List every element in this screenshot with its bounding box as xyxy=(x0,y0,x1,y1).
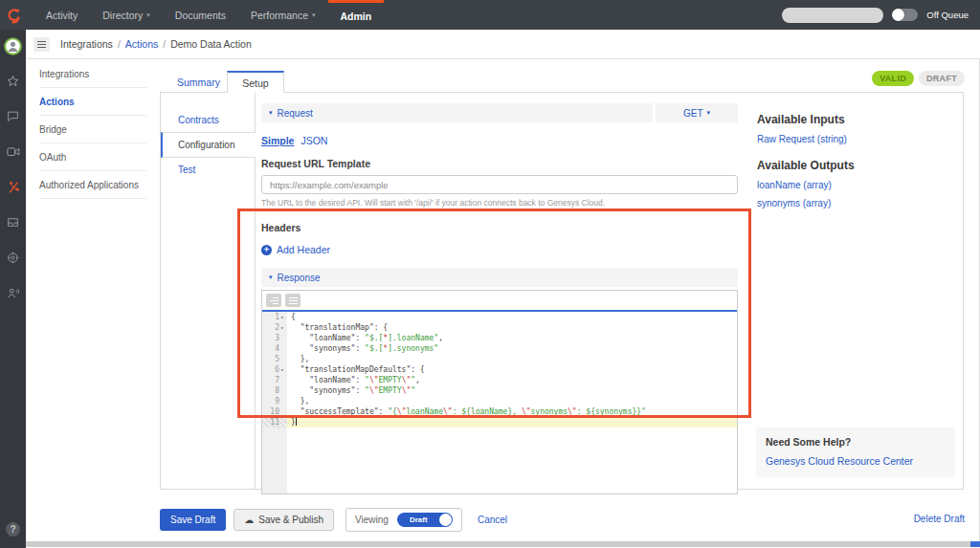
code-line[interactable]: 10 "successTemplate": "{\"loanName\": ${… xyxy=(262,406,737,417)
help-icon[interactable]: ? xyxy=(6,522,20,537)
format-align-icon[interactable] xyxy=(285,294,301,307)
breadcrumb-actions-link[interactable]: Actions xyxy=(125,38,158,50)
nav-documents[interactable]: Documents xyxy=(163,0,238,30)
nav-directory-label: Directory xyxy=(102,10,143,21)
delete-draft-link[interactable]: Delete Draft xyxy=(914,514,965,524)
http-method-dropdown[interactable]: GET ▾ xyxy=(656,103,738,122)
sidebar-item-oauth[interactable]: OAuth xyxy=(39,143,146,171)
request-collapsible-header[interactable]: ▾ Request xyxy=(261,103,653,122)
tab-summary[interactable]: Summary xyxy=(177,77,220,88)
request-header-label: Request xyxy=(278,108,313,119)
subtab-test[interactable]: Test xyxy=(161,158,255,182)
editor-toolbar xyxy=(262,291,737,312)
save-publish-button[interactable]: ☁ Save & Publish xyxy=(234,509,334,531)
admin-sidebar: Integrations Actions Bridge OAuth Author… xyxy=(26,60,160,534)
output-synonyms-link[interactable]: synonyms (array) xyxy=(757,198,955,208)
sidebar-item-integrations[interactable]: Integrations xyxy=(39,60,146,88)
genesys-logo-icon[interactable] xyxy=(0,0,26,30)
queue-status-toggle[interactable] xyxy=(892,9,918,21)
breadcrumb-root: Integrations xyxy=(60,38,113,50)
request-url-input[interactable] xyxy=(261,175,738,194)
favorites-icon[interactable] xyxy=(7,74,19,88)
line-number: 10 xyxy=(262,406,287,417)
response-collapsible-header[interactable]: ▾ Response xyxy=(261,268,738,287)
code-text: "translationMapDefaults": { xyxy=(287,364,737,375)
line-number: 11 xyxy=(262,417,287,427)
request-url-template-label: Request URL Template xyxy=(261,158,738,169)
user-avatar[interactable] xyxy=(4,37,22,56)
code-line[interactable]: 8 "synonyms": "\"EMPTY\"" xyxy=(262,385,737,396)
collapse-caret-icon: ▾ xyxy=(269,109,273,117)
line-number: 2▾ xyxy=(262,322,287,333)
code-line[interactable]: 7 "loanName": "\"EMPTY\"", xyxy=(262,375,737,385)
fold-spacer xyxy=(280,354,285,364)
queue-status-label: Off Queue xyxy=(926,10,969,20)
nav-performance-label: Performance xyxy=(251,10,308,21)
sidebar-item-authorized-applications[interactable]: Authorized Applications xyxy=(39,171,146,199)
sidebar-item-actions[interactable]: Actions xyxy=(39,88,146,116)
agent-speaking-icon[interactable] xyxy=(7,286,20,300)
fold-caret-icon[interactable]: ▾ xyxy=(280,364,285,375)
viewing-toggle-group: Viewing Draft xyxy=(345,508,462,532)
output-loanname-link[interactable]: loanName (array) xyxy=(757,180,955,190)
fold-caret-icon[interactable]: ▾ xyxy=(280,312,285,322)
menu-hamburger-icon[interactable] xyxy=(33,37,50,52)
add-header-button[interactable]: + Add Header xyxy=(261,244,738,255)
nav-admin[interactable]: Admin xyxy=(328,0,385,30)
help-box-title: Need Some Help? xyxy=(766,436,946,448)
tab-setup[interactable]: Setup xyxy=(227,71,284,93)
mode-simple-link[interactable]: Simple xyxy=(261,135,294,146)
code-text: }, xyxy=(287,354,737,364)
nav-directory[interactable]: Directory ▾ xyxy=(90,0,163,30)
inbox-icon[interactable] xyxy=(7,215,19,230)
code-line[interactable]: 5 }, xyxy=(262,354,737,364)
viewing-toggle-value: Draft xyxy=(410,515,428,524)
cancel-link[interactable]: Cancel xyxy=(478,515,507,525)
settings-target-icon[interactable] xyxy=(7,251,19,265)
editor-mode-switch: Simple JSON xyxy=(261,135,738,146)
nav-documents-label: Documents xyxy=(175,10,226,21)
beautify-indent-icon[interactable] xyxy=(266,294,281,307)
save-publish-label: Save & Publish xyxy=(258,515,323,525)
phone-off-icon[interactable] xyxy=(7,180,20,194)
code-line[interactable]: 6▾ "translationMapDefaults": { xyxy=(262,364,737,375)
line-number: 1▾ xyxy=(262,312,287,322)
breadcrumb-separator: / xyxy=(163,38,166,50)
headers-section-label: Headers xyxy=(261,222,738,233)
breadcrumb-separator: / xyxy=(118,38,121,50)
fold-spacer xyxy=(280,396,285,406)
sidebar-item-bridge[interactable]: Bridge xyxy=(39,116,146,143)
fold-caret-icon[interactable]: ▾ xyxy=(280,322,285,333)
json-code-editor[interactable]: 1▾{2▾ "translationMap": {3 "loanName": "… xyxy=(261,290,738,494)
code-line[interactable]: 3 "loanName": "$.[*].loanName", xyxy=(262,333,737,343)
viewing-label: Viewing xyxy=(355,515,389,525)
resource-center-link[interactable]: Genesys Cloud Resource Center xyxy=(766,455,946,467)
input-raw-request-link[interactable]: Raw Request (string) xyxy=(757,134,955,144)
mode-json-link[interactable]: JSON xyxy=(301,135,327,146)
search-input[interactable] xyxy=(782,11,905,20)
code-lines[interactable]: 1▾{2▾ "translationMap": {3 "loanName": "… xyxy=(262,312,737,493)
fold-spacer xyxy=(280,385,285,396)
fold-spacer xyxy=(280,406,285,417)
status-badges: VALID DRAFT xyxy=(872,71,965,86)
nav-activity[interactable]: Activity xyxy=(33,0,90,30)
nav-performance[interactable]: Performance ▾ xyxy=(238,0,328,30)
global-search[interactable] xyxy=(782,8,883,23)
available-io-panel: Available Inputs Raw Request (string) Av… xyxy=(754,93,963,489)
subtab-configuration[interactable]: Configuration xyxy=(161,132,256,158)
add-header-label: Add Header xyxy=(277,244,330,255)
code-line[interactable]: 1▾{ xyxy=(262,312,737,322)
save-draft-button[interactable]: Save Draft xyxy=(160,509,226,531)
http-method-value: GET xyxy=(683,108,703,119)
video-icon[interactable] xyxy=(7,144,20,159)
chat-icon[interactable] xyxy=(7,109,19,123)
top-nav-bar: Activity Directory ▾ Documents Performan… xyxy=(0,0,980,30)
code-line[interactable]: 9 }, xyxy=(262,396,737,406)
viewing-draft-toggle[interactable]: Draft xyxy=(397,513,453,527)
collapse-caret-icon: ▾ xyxy=(269,274,273,281)
code-line[interactable]: 2▾ "translationMap": { xyxy=(262,322,737,333)
code-line[interactable]: 4 "synonyms": "$.[*].synonyms" xyxy=(262,343,737,354)
code-line[interactable]: 11 } xyxy=(262,417,737,427)
nav-admin-label: Admin xyxy=(341,11,372,22)
subtab-contracts[interactable]: Contracts xyxy=(161,108,255,132)
